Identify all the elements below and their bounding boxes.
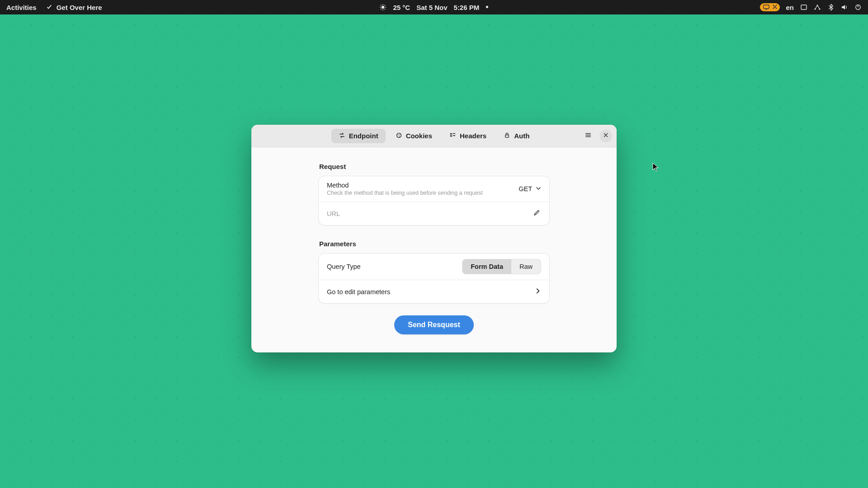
power-tray-icon[interactable]	[854, 4, 862, 11]
method-row[interactable]: Method Check the method that is being us…	[319, 176, 549, 202]
screen-icon	[763, 4, 770, 11]
current-app-menu[interactable]: Get Over Here	[46, 4, 102, 11]
tab-cookies-label: Cookies	[406, 132, 432, 140]
keyboard-layout-indicator[interactable]: en	[786, 4, 794, 11]
tab-headers-label: Headers	[460, 132, 486, 140]
chevron-right-icon	[535, 288, 541, 296]
method-value: GET	[519, 185, 532, 192]
url-row[interactable]: URL	[319, 202, 549, 225]
svg-rect-25	[505, 135, 509, 137]
window-close-button[interactable]	[599, 130, 612, 142]
svg-line-7	[385, 5, 385, 5]
tab-cookies[interactable]: Cookies	[388, 129, 439, 143]
svg-rect-11	[801, 5, 807, 9]
section-title-parameters: Parameters	[319, 240, 550, 248]
svg-rect-9	[764, 5, 769, 9]
pencil-icon	[533, 209, 540, 218]
tab-endpoint-label: Endpoint	[349, 132, 378, 140]
svg-line-8	[381, 9, 381, 9]
send-request-button[interactable]: Send Resquest	[394, 315, 474, 334]
edit-parameters-row[interactable]: Go to edit parameters	[319, 280, 549, 303]
segment-form-data[interactable]: Form Data	[462, 259, 511, 274]
weather-temp[interactable]: 25 °C	[393, 4, 410, 11]
weather-icon	[379, 4, 387, 11]
screen-recording-pill[interactable]	[760, 3, 780, 11]
current-app-name: Get Over Here	[57, 4, 102, 11]
query-type-segmented: Form Data Raw	[462, 259, 541, 274]
query-type-row: Query Type Form Data Raw	[319, 253, 549, 280]
svg-rect-10	[765, 9, 767, 9]
svg-line-5	[381, 5, 381, 5]
headerbar: Endpoint Cookies Headers Auth	[251, 125, 617, 147]
chevron-down-icon	[536, 185, 541, 192]
svg-point-19	[399, 134, 400, 135]
request-card: Method Check the method that is being us…	[318, 176, 550, 225]
query-type-label: Query Type	[327, 263, 361, 270]
method-combo[interactable]: GET	[519, 185, 541, 192]
screenshot-tray-icon[interactable]	[800, 4, 807, 11]
close-icon	[773, 4, 777, 10]
edit-parameters-label: Go to edit parameters	[327, 288, 390, 296]
hamburger-icon	[585, 132, 591, 140]
parameters-card: Query Type Form Data Raw Go to edit para…	[318, 253, 550, 304]
svg-rect-22	[450, 135, 452, 136]
app-window: Endpoint Cookies Headers Auth	[251, 125, 617, 352]
swap-icon	[339, 132, 345, 140]
section-title-request: Request	[319, 163, 550, 170]
url-edit-button[interactable]	[532, 209, 541, 218]
clock-date[interactable]: Sat 5 Nov	[416, 4, 447, 11]
svg-rect-24	[453, 135, 455, 136]
top-panel: Activities Get Over Here 25 °C Sat 5 Nov…	[0, 0, 868, 14]
window-content: Request Method Check the method that is …	[251, 147, 617, 348]
segment-raw[interactable]: Raw	[511, 259, 541, 274]
svg-point-17	[396, 133, 401, 137]
svg-rect-21	[450, 133, 452, 134]
svg-rect-23	[453, 133, 455, 134]
tab-headers[interactable]: Headers	[442, 129, 494, 143]
hamburger-menu-button[interactable]	[581, 129, 595, 143]
view-switcher: Endpoint Cookies Headers Auth	[331, 129, 537, 143]
headers-icon	[449, 132, 456, 140]
method-label: Method	[327, 182, 483, 189]
svg-point-20	[399, 136, 400, 136]
clock-time[interactable]: 5:26 PM	[454, 4, 480, 11]
app-indicator-icon	[46, 4, 53, 11]
tab-auth[interactable]: Auth	[496, 129, 537, 143]
svg-point-18	[397, 134, 398, 135]
bluetooth-tray-icon[interactable]	[827, 4, 835, 11]
svg-point-0	[382, 6, 384, 9]
volume-tray-icon[interactable]	[841, 4, 848, 11]
url-placeholder: URL	[327, 210, 340, 217]
svg-line-6	[385, 9, 385, 9]
network-tray-icon[interactable]	[814, 4, 821, 11]
tab-endpoint[interactable]: Endpoint	[331, 129, 386, 143]
activities-button[interactable]: Activities	[6, 4, 37, 11]
close-icon	[603, 132, 609, 140]
cookie-icon	[396, 132, 402, 140]
tab-auth-label: Auth	[514, 132, 529, 140]
method-hint: Check the method that is being used befo…	[327, 190, 483, 196]
lock-icon	[504, 132, 510, 140]
